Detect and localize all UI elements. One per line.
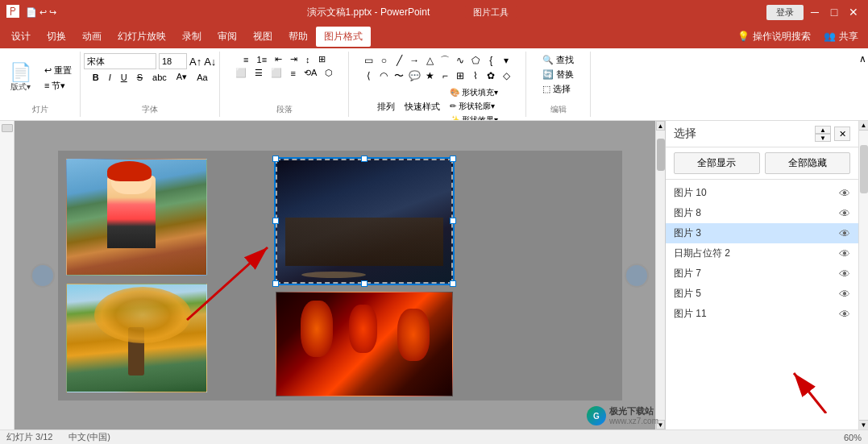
shape-chevron[interactable]: ⟨ <box>361 68 376 83</box>
menu-picture-format[interactable]: 图片格式 <box>316 27 371 47</box>
shape-triangle[interactable]: △ <box>422 53 437 68</box>
shape-arrow[interactable]: → <box>407 53 422 68</box>
login-button[interactable]: 登录 <box>766 5 804 20</box>
visibility-icon-3[interactable]: 👁 <box>839 247 850 260</box>
ribbon-format-btn[interactable]: 📄 版式▾ <box>3 60 38 96</box>
shape-arc[interactable]: ◠ <box>376 68 391 83</box>
image-anime[interactable] <box>66 159 207 276</box>
shape-pentagon[interactable]: ⬠ <box>468 53 483 68</box>
scroll-up-btn[interactable]: ▲ <box>656 121 665 131</box>
panel-item-5[interactable]: 图片 5 👁 <box>666 284 858 304</box>
image-tree[interactable] <box>66 284 207 392</box>
menu-help[interactable]: 帮助 <box>280 27 316 47</box>
menu-record[interactable]: 录制 <box>174 27 210 47</box>
panel-close-btn[interactable]: ✕ <box>834 127 850 141</box>
font-decrease-btn[interactable]: A↓ <box>204 56 216 68</box>
col-btn[interactable]: ⊞ <box>315 53 329 65</box>
ribbon-collapse-btn[interactable]: ∧ <box>858 52 868 117</box>
shape-callout[interactable]: 💬 <box>407 68 422 83</box>
align-right-btn[interactable]: ⬜ <box>268 67 285 79</box>
panel-item-0[interactable]: 图片 10 👁 <box>666 183 858 203</box>
replace-btn[interactable]: 🔄替换 <box>538 68 579 81</box>
shape-effect-btn[interactable]: ✨ 形状效果▾ <box>446 114 501 121</box>
line-spacing-btn[interactable]: ↕ <box>302 54 314 65</box>
shadow-btn[interactable]: abc <box>149 72 170 83</box>
visibility-icon-4[interactable]: 👁 <box>839 268 850 280</box>
shape-connector[interactable]: ⌇ <box>468 68 483 83</box>
font-color-btn[interactable]: A▾ <box>173 71 190 83</box>
menu-switch[interactable]: 切换 <box>39 27 74 47</box>
numbered-list-btn[interactable]: 1≡ <box>254 54 271 65</box>
indent-increase-btn[interactable]: ⇥ <box>287 53 301 65</box>
share-label: 共享 <box>839 30 858 44</box>
panel-item-6[interactable]: 图片 11 👁 <box>666 304 858 324</box>
underline-btn[interactable]: U <box>118 72 131 83</box>
visibility-icon-2[interactable]: 👁 <box>839 227 850 240</box>
shape-more[interactable]: ▾ <box>499 53 513 68</box>
find-btn[interactable]: 🔍查找 <box>538 53 579 67</box>
shape-flower[interactable]: ✿ <box>484 68 498 83</box>
font-family-input[interactable] <box>84 53 156 69</box>
panel-item-3[interactable]: 日期占位符 2 👁 <box>666 243 858 263</box>
font-size-input[interactable] <box>159 53 187 69</box>
canvas-area[interactable]: ▲ ▼ <box>15 121 665 429</box>
menu-view[interactable]: 视图 <box>245 27 280 47</box>
shape-line[interactable]: ╱ <box>392 53 406 68</box>
visibility-icon-0[interactable]: 👁 <box>839 187 850 200</box>
panel-scroll-thumb[interactable] <box>860 145 868 193</box>
panel-item-1[interactable]: 图片 8 👁 <box>666 203 858 223</box>
panel-sort-down[interactable]: ▼ <box>815 134 831 142</box>
visibility-icon-6[interactable]: 👁 <box>839 308 850 321</box>
close-button[interactable]: ✕ <box>845 4 862 20</box>
font-increase-btn[interactable]: A↑ <box>189 56 201 68</box>
menu-animation[interactable]: 动画 <box>74 27 110 47</box>
align-center-btn[interactable]: ☰ <box>251 67 266 79</box>
text-direction-btn[interactable]: ⟲A <box>301 67 320 79</box>
quick-styles-btn[interactable]: 快速样式 <box>401 100 443 114</box>
shape-star[interactable]: ★ <box>422 68 437 83</box>
smart-art-btn[interactable]: ⬡ <box>322 67 336 79</box>
panel-item-4[interactable]: 图片 7 👁 <box>666 263 858 284</box>
menu-review[interactable]: 审阅 <box>210 27 245 47</box>
restore-button[interactable]: □ <box>826 4 842 20</box>
image-lantern[interactable] <box>276 292 453 396</box>
shape-outline-btn[interactable]: ✏ 形状轮廓▾ <box>446 100 501 113</box>
reset-btn[interactable]: ↩重置 <box>39 64 77 77</box>
bullet-list-btn[interactable]: ≡ <box>240 54 251 65</box>
share-button[interactable]: 👥 共享 <box>817 28 865 45</box>
visibility-icon-5[interactable]: 👁 <box>839 288 850 301</box>
shape-brace[interactable]: { <box>484 53 498 68</box>
align-justify-btn[interactable]: ≡ <box>287 68 298 79</box>
shape-wave[interactable]: 〜 <box>392 68 406 83</box>
indent-decrease-btn[interactable]: ⇤ <box>272 53 285 65</box>
align-left-btn[interactable]: ⬜ <box>232 67 250 79</box>
shape-curve[interactable]: ⌒ <box>438 53 452 68</box>
show-all-btn[interactable]: 全部显示 <box>674 152 760 174</box>
section-btn[interactable]: ≡节▾ <box>39 79 77 93</box>
strikethrough-btn[interactable]: S <box>134 72 146 83</box>
shape-circle[interactable]: ○ <box>376 53 391 68</box>
italic-btn[interactable]: I <box>106 72 114 83</box>
image-dark-selected[interactable] <box>276 159 453 284</box>
shape-right-angle[interactable]: ⌐ <box>438 68 452 83</box>
bold-btn[interactable]: B <box>89 72 102 83</box>
visibility-icon-1[interactable]: 👁 <box>839 207 850 220</box>
minimize-button[interactable]: ─ <box>807 4 823 20</box>
shape-diamond[interactable]: ◇ <box>499 68 513 83</box>
hide-all-btn[interactable]: 全部隐藏 <box>765 152 851 174</box>
panel-item-2[interactable]: 图片 3 👁 <box>666 223 858 243</box>
panel-scroll-down[interactable]: ▼ <box>859 420 868 429</box>
char-spacing-btn[interactable]: Aa <box>193 72 210 83</box>
shape-block[interactable]: ⊞ <box>453 68 467 83</box>
shape-freeform[interactable]: ∿ <box>453 53 467 68</box>
shape-rect[interactable]: ▭ <box>361 53 376 68</box>
panel-scroll-up[interactable]: ▲ <box>859 121 868 131</box>
search-area[interactable]: 💡 操作说明搜索 <box>737 30 811 44</box>
menu-design[interactable]: 设计 <box>3 27 39 47</box>
select-btn[interactable]: ⬚选择 <box>538 82 579 96</box>
panel-sort-up[interactable]: ▲ <box>815 126 831 134</box>
shape-fill-btn[interactable]: 🎨 形状填充▾ <box>446 86 501 99</box>
menu-slideshow[interactable]: 幻灯片放映 <box>110 27 174 47</box>
scroll-thumb[interactable] <box>657 139 665 171</box>
arrange-btn[interactable]: 排列 <box>374 100 398 114</box>
